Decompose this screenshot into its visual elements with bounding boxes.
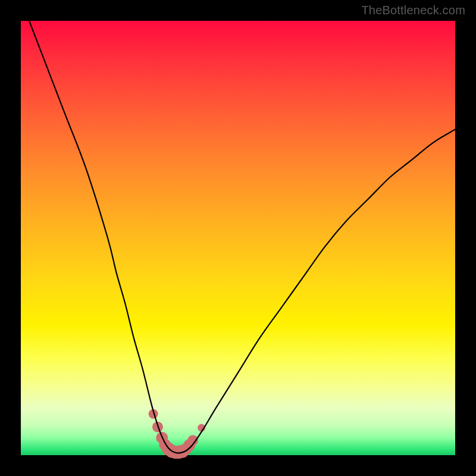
plot-area xyxy=(21,21,455,455)
highlight-markers xyxy=(149,409,206,459)
watermark-text: TheBottleneck.com xyxy=(361,4,465,17)
chart-frame: TheBottleneck.com xyxy=(0,0,476,476)
bottleneck-curve xyxy=(21,0,455,453)
curve-svg xyxy=(21,21,455,455)
